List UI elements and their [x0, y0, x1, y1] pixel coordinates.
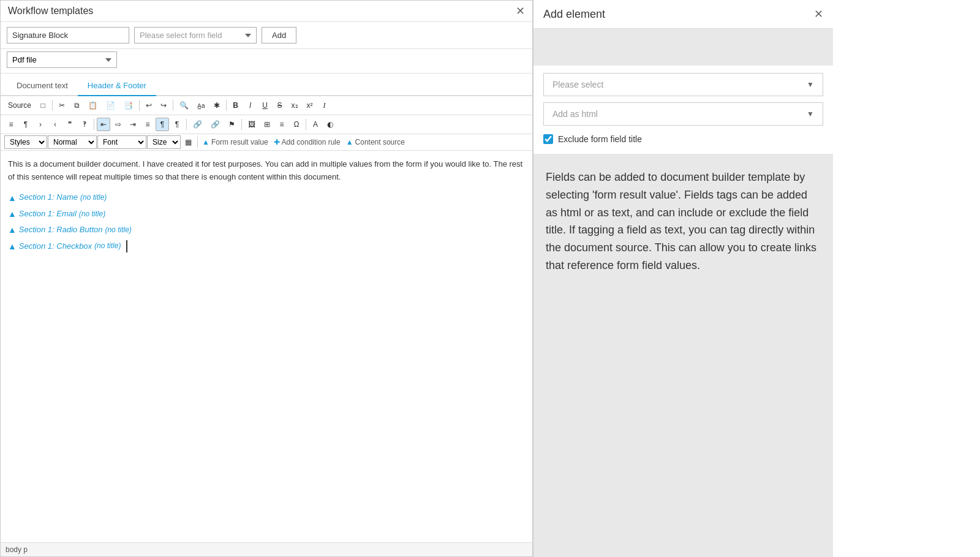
select-all-btn[interactable]: A̲a [194, 99, 209, 112]
list-bullet-btn[interactable]: ¶ [19, 118, 32, 131]
exclude-checkbox-label: Exclude form field title [558, 134, 642, 144]
right-close-button[interactable]: ✕ [814, 7, 823, 21]
signature-block-input[interactable] [7, 27, 129, 44]
superscript-btn[interactable]: x² [303, 99, 317, 112]
field-icon-email: ▲ [8, 207, 17, 221]
panel-header: Workflow templates ✕ [1, 1, 532, 22]
field-icon-name: ▲ [8, 191, 17, 205]
info-box: Fields can be added to document builder … [533, 154, 833, 557]
strikethrough-btn[interactable]: S [273, 99, 287, 112]
add-as-html-arrow-icon: ▼ [807, 110, 814, 118]
text-dir2-btn[interactable]: ¶ [170, 118, 184, 131]
separator-4 [226, 100, 227, 111]
field-label-radio: Section 1: Radio Button [19, 224, 103, 237]
form-field-select[interactable]: Please select form field [134, 27, 257, 44]
blockquote-btn[interactable]: ❞ [63, 118, 77, 131]
underline-btn[interactable]: U [258, 99, 272, 112]
separator-6 [186, 119, 187, 130]
unlink-btn[interactable]: 🔗 [207, 118, 224, 131]
italic-btn[interactable]: I [244, 99, 257, 112]
bold-btn[interactable]: B [229, 99, 243, 112]
normal-select[interactable]: Normal [48, 135, 97, 149]
table-btn[interactable]: ⊞ [260, 118, 274, 131]
tab-document-text[interactable]: Document text [7, 76, 78, 96]
right-top-space [533, 29, 833, 66]
add-as-html-dropdown[interactable]: Add as html ▼ [543, 102, 823, 126]
copy-btn[interactable]: ⧉ [70, 99, 83, 112]
close-button[interactable]: ✕ [516, 6, 525, 17]
pdf-select-wrap: Pdf file [1, 49, 532, 74]
right-panel-title: Add element [543, 8, 605, 21]
separator-9 [197, 137, 198, 148]
status-bar: body p [1, 542, 532, 556]
paste-text-btn[interactable]: 📄 [102, 99, 119, 112]
content-area: This is a document builder document. I h… [1, 151, 532, 542]
field-icon-radio: ▲ [8, 223, 17, 237]
toolbar-row-2: ≡ ¶ › ‹ ❞ ‽ ⇤ ⇨ ⇥ ≡ ¶ ¶ 🔗 🔗 ⚑ 🖼 ⊞ ≡ Ω A … [1, 115, 532, 134]
info-text: Fields can be added to document builder … [546, 171, 816, 271]
hr-btn[interactable]: ≡ [275, 118, 288, 131]
pre-btn[interactable]: ‽ [78, 118, 91, 131]
redo-btn[interactable]: ↪ [157, 99, 170, 112]
field-item-checkbox[interactable]: ▲ Section 1: Checkbox(no title) [8, 240, 525, 253]
font-select[interactable]: Font [97, 135, 146, 149]
add-button[interactable]: Add [262, 27, 296, 44]
indent-btn[interactable]: ‹ [48, 118, 62, 131]
italic2-btn[interactable]: I [318, 99, 331, 112]
separator-3 [173, 100, 173, 111]
separator-7 [241, 119, 242, 130]
right-controls: Please select ▼ Add as html ▼ Exclude fo… [533, 66, 833, 154]
char-btn[interactable]: Ω [290, 118, 303, 131]
separator-1 [52, 100, 53, 111]
exclude-checkbox[interactable] [543, 134, 553, 144]
subscript-btn[interactable]: x₂ [288, 99, 302, 112]
list-num-btn[interactable]: ≡ [4, 118, 18, 131]
document-paragraph: This is a document builder document. I h… [8, 158, 525, 184]
align-justify-btn[interactable]: ≡ [141, 118, 154, 131]
tab-header-footer[interactable]: Header & Footer [78, 76, 156, 96]
status-text: body p [6, 545, 28, 554]
add-as-html-label: Add as html [552, 109, 598, 119]
spellcheck-btn[interactable]: ✱ [210, 99, 224, 112]
align-center-btn[interactable]: ⇨ [111, 118, 125, 131]
size-select[interactable]: Size [147, 135, 181, 149]
new-document-btn[interactable]: □ [36, 99, 50, 112]
undo-btn[interactable]: ↩ [142, 99, 156, 112]
please-select-arrow-icon: ▼ [807, 80, 814, 89]
align-left-btn[interactable]: ⇤ [97, 118, 110, 131]
form-result-value-link[interactable]: ▲ Form result value [200, 137, 271, 148]
add-condition-link[interactable]: ✚ Add condition rule [271, 137, 343, 148]
field-item-radio[interactable]: ▲ Section 1: Radio Button(no title) [8, 223, 525, 237]
bg-color-btn[interactable]: ◐ [323, 118, 337, 131]
cut-btn[interactable]: ✂ [55, 99, 69, 112]
align-right-btn[interactable]: ⇥ [126, 118, 140, 131]
separator-2 [139, 100, 140, 111]
source-button[interactable]: Source [4, 99, 35, 112]
please-select-dropdown[interactable]: Please select ▼ [543, 73, 823, 96]
right-header: Add element ✕ [533, 0, 833, 29]
font-color-btn[interactable]: A [309, 118, 322, 131]
styles-select[interactable]: Styles [4, 135, 47, 149]
field-label-checkbox: Section 1: Checkbox [19, 240, 92, 253]
outdent-btn[interactable]: › [34, 118, 47, 131]
top-controls: Please select form field Add [1, 22, 532, 49]
form-result-icon: ▲ [202, 138, 209, 146]
paste-word-btn[interactable]: 📑 [120, 99, 137, 112]
content-source-link[interactable]: ▲ Content source [344, 137, 407, 148]
anchor-btn[interactable]: ⚑ [225, 118, 239, 131]
text-dir-btn[interactable]: ¶ [156, 118, 169, 131]
paste-btn[interactable]: 📋 [85, 99, 101, 112]
image-btn[interactable]: 🖼 [244, 118, 259, 131]
left-panel: Workflow templates ✕ Please select form … [0, 0, 533, 557]
link-btn[interactable]: 🔗 [189, 118, 206, 131]
field-item-name[interactable]: ▲ Section 1: Name(no title) [8, 191, 525, 205]
field-item-email[interactable]: ▲ Section 1: Email(no title) [8, 207, 525, 221]
separator-8 [306, 119, 306, 130]
separator-5 [94, 119, 94, 130]
please-select-label: Please select [552, 80, 603, 89]
resize-btn[interactable]: ▦ [181, 135, 195, 149]
pdf-file-select[interactable]: Pdf file [7, 51, 117, 68]
find-btn[interactable]: 🔍 [176, 99, 192, 112]
toolbar-row-3: Styles Normal Font Size ▦ ▲ Form result … [1, 134, 532, 151]
toolbar-row-1: Source □ ✂ ⧉ 📋 📄 📑 ↩ ↪ 🔍 A̲a ✱ B I U S x… [1, 96, 532, 115]
